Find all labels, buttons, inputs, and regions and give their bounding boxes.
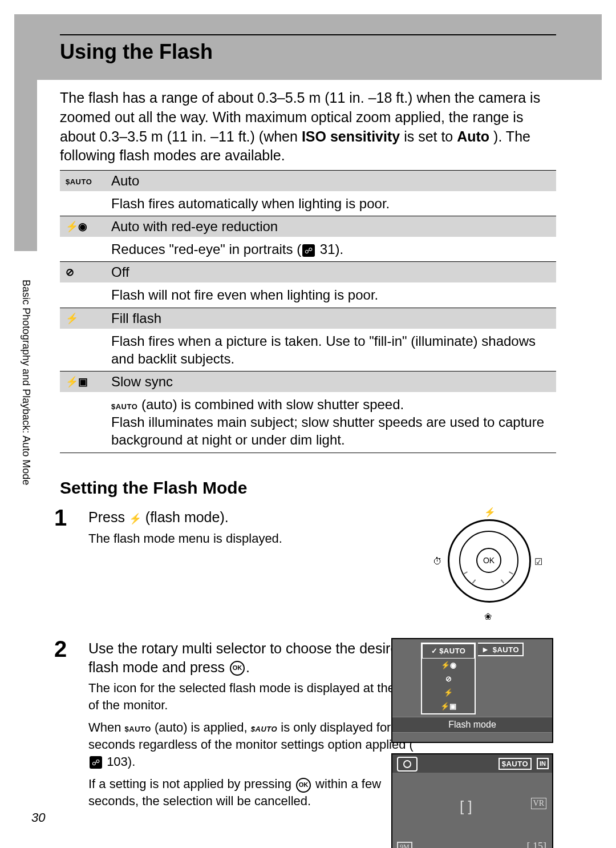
image-size-indicator: 9M — [397, 842, 412, 848]
p2-pre: When — [88, 720, 125, 734]
camera-mode-icon — [397, 757, 418, 772]
option-redeye: ⚡◉ — [422, 659, 475, 672]
step-1: 1 Press ⚡ (flash mode). The flash mode m… — [66, 508, 445, 552]
option-off: ⊘ — [422, 672, 475, 686]
p3-pre: If a setting is not applied by pressing — [88, 777, 295, 791]
monitor-shooting-display: $AUTO IN [ ] VR 9M [ 15] — [391, 753, 553, 848]
mode-desc: Flash will not fire even when lighting i… — [106, 282, 556, 308]
mode-name: Slow sync — [106, 371, 556, 392]
step1-pre: Press — [88, 509, 129, 525]
dial-top-flash-icon: ⚡ — [484, 507, 496, 518]
auto-label: $AUTO — [502, 760, 528, 768]
dial-bottom-macro-icon: ❀ — [484, 611, 492, 622]
mode-row-fill: ⚡ Fill flash — [60, 308, 556, 329]
page-ref-icon: ☍ — [302, 244, 315, 257]
intro-text-2: is set to — [404, 128, 457, 144]
page-ref: 103 — [107, 754, 128, 769]
desc-post: ). — [335, 241, 344, 257]
mode-desc: Flash fires automatically when lighting … — [106, 191, 556, 216]
flash-redeye-icon: ⚡◉ — [66, 220, 87, 233]
slowsync-lead: (auto) is combined with slow shutter spe… — [137, 397, 404, 412]
section-setting-flash-mode: Setting the Flash Mode — [60, 478, 247, 498]
menu-caption: Flash mode — [392, 717, 552, 733]
mode-row-slowsync: ⚡▣ Slow sync — [60, 371, 556, 392]
page-title: Using the Flash — [60, 40, 213, 64]
monitor-flash-mode-menu: ✓ $AUTO ⚡◉ ⊘ ⚡ ⚡▣ ► $AUTO Flash mode — [391, 638, 553, 743]
page-number: 30 — [31, 810, 45, 825]
side-chapter-label: Basic Photography and Playback: Auto Mod… — [20, 280, 32, 485]
flash-modes-table: $AUTO Auto Flash fires automatically whe… — [60, 170, 556, 453]
step-2-title: Use the rotary multi selector to choose … — [88, 639, 428, 676]
left-gray-band — [14, 80, 37, 251]
slowsync-rest: Flash illuminates main subject; slow shu… — [111, 414, 544, 447]
opt-label: $AUTO — [439, 647, 465, 655]
desc-pre: Reduces "red-eye" in portraits ( — [111, 241, 301, 257]
tag-label: $AUTO — [493, 645, 519, 654]
option-fill: ⚡ — [422, 686, 475, 700]
ok-button-icon: OK — [476, 548, 501, 573]
flash-slowsync-icon: ⚡▣ — [66, 375, 88, 388]
title-rule — [60, 34, 556, 35]
step-1-body: The flash mode menu is displayed. — [88, 530, 445, 547]
mode-desc: $AUTO (auto) is combined with slow shutt… — [106, 392, 556, 453]
mode-name: Auto — [106, 171, 556, 192]
option-auto: ✓ $AUTO — [422, 644, 475, 659]
flash-mode-dropdown: ✓ $AUTO ⚡◉ ⊘ ⚡ ⚡▣ — [421, 643, 476, 714]
step-1-title: Press ⚡ (flash mode). — [88, 508, 445, 527]
auto-flash-indicator: $AUTO — [499, 758, 532, 770]
internal-memory-icon: IN — [537, 758, 549, 769]
ok-inline-icon: OK — [230, 661, 245, 676]
af-area-brackets: [ ] — [460, 798, 472, 815]
page-ref: 31 — [320, 241, 335, 257]
step-2-p3: If a setting is not applied by pressing … — [88, 776, 428, 809]
step-2-p2: When $AUTO (auto) is applied, $AUTO is o… — [88, 719, 428, 770]
p2-mid: (auto) is applied, — [151, 720, 251, 734]
flash-auto-icon: $AUTO — [66, 177, 92, 186]
mode-desc: Reduces "red-eye" in portraits (☍ 31). — [106, 237, 556, 262]
flash-fill-icon: ⚡ — [66, 312, 78, 325]
dial-right-exposure-icon: ☑ — [534, 556, 542, 567]
auto-icon-outline: $AUTO — [251, 725, 277, 733]
mode-row-auto: $AUTO Auto — [60, 171, 556, 192]
dial-left-timer-icon: ⏱ — [433, 556, 442, 567]
slowsync-auto-icon: $AUTO — [111, 402, 137, 411]
mode-desc: Flash fires when a picture is taken. Use… — [106, 329, 556, 371]
option-slowsync: ⚡▣ — [422, 700, 475, 713]
intro-bold-auto: Auto — [457, 128, 489, 144]
mode-name: Off — [106, 262, 556, 283]
auto-icon: $AUTO — [125, 725, 151, 733]
vr-indicator: VR — [531, 798, 546, 809]
mode-name: Auto with red-eye reduction — [106, 216, 556, 237]
step-2: 2 Use the rotary multi selector to choos… — [66, 639, 428, 815]
shots-remaining: [ 15] — [527, 841, 547, 848]
step-number: 1 — [54, 505, 67, 531]
p2-end: ). — [128, 754, 135, 769]
step1-post: (flash mode). — [141, 509, 229, 525]
step2-post: . — [246, 659, 250, 675]
step-number: 2 — [54, 636, 67, 662]
flash-mode-icon: ⚡ — [129, 513, 141, 524]
rotary-multi-selector-diagram: OK ⚡ ❀ ⏱ ☑ — [431, 508, 545, 622]
current-mode-tag: ► $AUTO — [478, 643, 524, 656]
intro-paragraph: The flash has a range of about 0.3–5.5 m… — [60, 88, 556, 165]
mode-row-redeye: ⚡◉ Auto with red-eye reduction — [60, 216, 556, 237]
mode-row-off: ⊘ Off — [60, 262, 556, 283]
mode-name: Fill flash — [106, 308, 556, 329]
intro-bold-iso: ISO sensitivity — [302, 128, 400, 144]
flash-off-icon: ⊘ — [66, 266, 74, 278]
step-2-p1: The icon for the selected flash mode is … — [88, 680, 428, 713]
page-ref-icon: ☍ — [90, 756, 102, 769]
ok-inline-icon: OK — [296, 778, 311, 793]
